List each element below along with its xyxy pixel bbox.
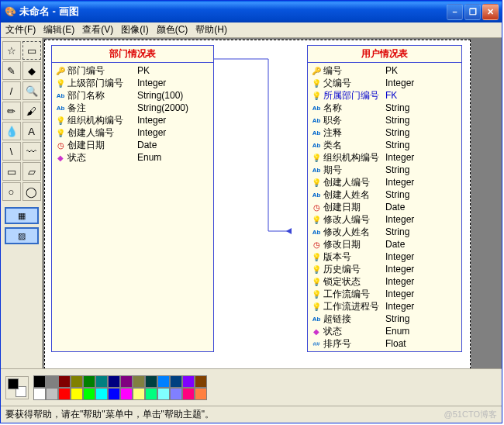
color-swatch[interactable] [145,375,157,388]
field-type: Enum [382,326,409,337]
menu-image[interactable]: 图像(I) [121,23,148,36]
field-type: String [382,189,409,200]
tool-pencil[interactable]: ✏ [2,102,21,120]
maximize-button[interactable]: ❐ [464,4,481,20]
close-button[interactable]: ✕ [482,4,499,20]
entity-body: 🔑编号PK💡父编号Integer💡所属部门编号FKAb名称StringAb职务S… [308,63,461,351]
field-name: 状态 [322,325,382,338]
tool-text[interactable]: A [22,122,41,140]
color-swatch[interactable] [95,388,108,400]
field-type: FK [382,90,397,101]
titlebar[interactable]: 🎨 未命名 - 画图 – ❐ ✕ [1,1,502,22]
entity-department[interactable]: 部门情况表 🔑部门编号PK💡上级部门编号IntegerAb部门名称String(… [51,45,214,352]
field-row: 💡创建人编号Integer [311,176,458,188]
field-name: 组织机构编号 [66,114,134,127]
tool-magnifier[interactable]: 🔍 [22,81,41,100]
color-swatch[interactable] [58,388,71,400]
color-swatch[interactable] [33,375,46,388]
color-swatch[interactable] [170,375,182,388]
field-name: 锁定状态 [322,275,382,289]
field-type: Integer [382,276,414,287]
tool-option-transparent[interactable]: ▨ [5,227,39,244]
color-swatch[interactable] [108,375,120,388]
canvas-wrap: 部门情况表 🔑部门编号PK💡上级部门编号IntegerAb部门名称String(… [43,38,502,368]
color-swatch[interactable] [83,388,95,400]
field-type: PK [382,65,398,76]
menu-help[interactable]: 帮助(H) [195,23,227,36]
tool-eraser[interactable]: ✎ [2,61,21,80]
field-type: Date [382,239,405,250]
field-name: 所属部门编号 [322,89,382,102]
tool-brush[interactable]: 🖌 [22,102,41,120]
color-swatch[interactable] [182,375,195,388]
field-row: ##排序号Float [311,337,458,350]
color-swatch[interactable] [71,388,83,400]
field-row: Ab部门名称String(100) [55,89,210,102]
field-type: Integer [382,214,414,225]
color-swatch[interactable] [46,388,58,400]
tool-ellipse[interactable]: ○ [2,182,21,201]
canvas[interactable]: 部门情况表 🔑部门编号PK💡上级部门编号IntegerAb部门名称String(… [44,40,471,368]
field-row: 💡工作流进程号Integer [311,300,458,313]
tool-rounded-rect[interactable]: ◯ [22,182,41,201]
field-name: 修改日期 [322,238,382,251]
color-swatch[interactable] [46,375,58,388]
field-name: 创建日期 [322,201,382,214]
color-swatch[interactable] [170,388,182,400]
current-colors[interactable] [5,376,29,399]
field-type: Integer [382,251,414,262]
field-type: String [382,313,409,324]
menu-edit[interactable]: 编辑(E) [43,23,74,36]
color-swatch[interactable] [182,388,195,400]
palette-area [1,368,502,406]
tool-option-opaque[interactable]: ▦ [5,207,39,224]
tool-rect-select[interactable]: ▭ [22,41,41,60]
field-type: Integer [382,289,414,299]
color-swatch[interactable] [108,388,120,400]
color-swatch[interactable] [33,388,46,400]
app-window: 🎨 未命名 - 画图 – ❐ ✕ 文件(F) 编辑(E) 查看(V) 图像(I)… [0,0,502,423]
field-name: 历史编号 [322,263,382,276]
color-swatch[interactable] [133,388,145,400]
tool-curve[interactable]: 〰 [22,142,41,161]
field-name: 上级部门编号 [66,77,134,90]
color-swatch[interactable] [157,388,170,400]
field-name: 类名 [322,139,382,152]
field-row: Ab注释String [311,126,458,139]
app-icon: 🎨 [4,5,16,18]
tool-fill[interactable]: ◆ [22,61,41,80]
field-type: Date [382,202,405,212]
minimize-button[interactable]: – [447,4,463,20]
menu-view[interactable]: 查看(V) [82,23,113,36]
field-name: 名称 [322,102,382,115]
color-swatch[interactable] [145,388,157,400]
color-swatch[interactable] [157,375,170,388]
field-row: 💡组织机构编号Integer [55,114,210,126]
menu-file[interactable]: 文件(F) [5,23,36,36]
color-swatch[interactable] [95,375,108,388]
tool-picker[interactable]: / [2,81,21,100]
field-row: 💡历史编号Integer [311,263,458,275]
field-type: Integer [382,78,414,88]
tool-freeform-select[interactable]: ☆ [2,41,21,60]
menu-color[interactable]: 颜色(C) [157,23,188,36]
field-name: 创建人编号 [66,126,134,140]
field-name: 修改人姓名 [322,226,382,239]
color-swatch[interactable] [83,375,95,388]
color-swatch[interactable] [120,388,133,400]
tool-rectangle[interactable]: ▭ [2,162,21,181]
color-swatch[interactable] [120,375,133,388]
color-swatch[interactable] [71,375,83,388]
tool-line[interactable]: \ [2,142,21,161]
field-row: Ab超链接String [311,313,458,325]
tool-polygon[interactable]: ▱ [22,162,41,181]
color-swatch[interactable] [133,375,145,388]
field-name: 工作流编号 [322,288,382,301]
field-type: Date [134,140,157,150]
color-swatch[interactable] [195,388,207,400]
field-type: String [382,127,409,138]
tool-airbrush[interactable]: 💧 [2,122,21,140]
entity-user[interactable]: 用户情况表 🔑编号PK💡父编号Integer💡所属部门编号FKAb名称Strin… [307,45,462,352]
color-swatch[interactable] [58,375,71,388]
color-swatch[interactable] [195,375,207,388]
